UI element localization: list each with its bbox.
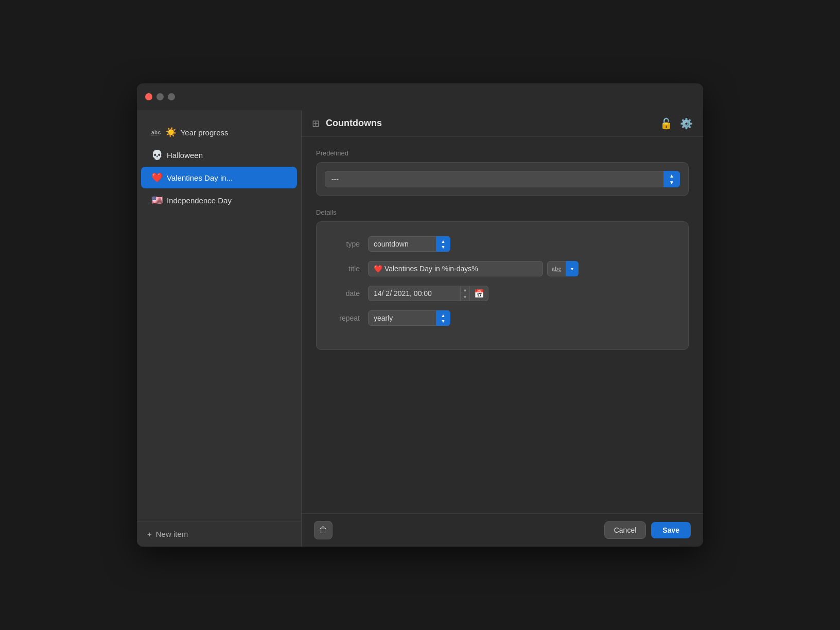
save-button[interactable]: Save — [651, 522, 691, 538]
details-section: Details type countdown countup date — [316, 208, 689, 350]
traffic-lights — [145, 93, 175, 100]
repeat-select-wrapper: never daily weekly monthly yearly ▲ ▼ — [368, 310, 450, 326]
delete-button[interactable]: 🗑 — [314, 521, 332, 539]
panel-body: Predefined --- ▲ ▼ — [302, 137, 703, 513]
year-progress-emoji: ☀️ — [165, 127, 177, 138]
halloween-label: Halloween — [167, 151, 203, 160]
cancel-button[interactable]: Cancel — [604, 521, 646, 539]
title-field-row: title abc ▾ — [327, 261, 678, 276]
panel-title-area: ⊞ Countdowns — [312, 118, 382, 129]
details-box: type countdown countup date ▲ — [316, 221, 689, 350]
title-input[interactable] — [368, 261, 543, 276]
repeat-label: repeat — [327, 314, 368, 322]
type-label: type — [327, 240, 368, 248]
new-item-button[interactable]: + New item — [147, 530, 188, 538]
independence-label: Independence Day — [167, 196, 232, 205]
predefined-box: --- ▲ ▼ — [316, 162, 689, 196]
abc-label: abc — [151, 130, 161, 135]
panel-title: Countdowns — [326, 118, 382, 129]
date-label: date — [327, 289, 368, 297]
close-button[interactable] — [145, 93, 152, 100]
titlebar — [137, 83, 703, 110]
repeat-field-row: repeat never daily weekly monthly yearly — [327, 310, 678, 326]
main-content: abc ☀️ Year progress 💀 Halloween ❤️ Vale… — [137, 110, 703, 547]
sidebar-item-halloween[interactable]: 💀 Halloween — [141, 144, 297, 166]
sidebar-items: abc ☀️ Year progress 💀 Halloween ❤️ Vale… — [137, 116, 301, 521]
repeat-select[interactable]: never daily weekly monthly yearly — [368, 310, 450, 326]
type-select[interactable]: countdown countup date — [368, 236, 450, 252]
sidebar-footer: + New item — [137, 521, 301, 547]
panel-header: ⊞ Countdowns 🔓 ⚙️ — [302, 110, 703, 137]
type-field-row: type countdown countup date ▲ — [327, 236, 678, 252]
title-label: title — [327, 265, 368, 273]
sidebar-toggle-icon[interactable]: ⊞ — [312, 118, 320, 129]
valentines-emoji: ❤️ — [151, 172, 163, 183]
app-window: abc ☀️ Year progress 💀 Halloween ❤️ Vale… — [137, 83, 703, 547]
date-field-control: ▲ ▼ 📅 — [368, 286, 678, 301]
sidebar-item-valentines[interactable]: ❤️ Valentines Day in... — [141, 167, 297, 188]
bottom-actions: Cancel Save — [604, 521, 691, 539]
independence-emoji: 🇺🇸 — [151, 195, 163, 206]
right-panel: ⊞ Countdowns 🔓 ⚙️ Predefined --- — [302, 110, 703, 547]
type-select-wrapper: countdown countup date ▲ ▼ — [368, 236, 450, 252]
sidebar-item-independence[interactable]: 🇺🇸 Independence Day — [141, 189, 297, 211]
abc-badge-wrapper: abc ▾ — [547, 261, 579, 276]
type-field-control: countdown countup date ▲ ▼ — [368, 236, 678, 252]
maximize-button[interactable] — [168, 93, 175, 100]
date-input[interactable] — [368, 286, 461, 301]
date-stepper-up[interactable]: ▲ — [461, 286, 469, 293]
halloween-emoji: 💀 — [151, 149, 163, 161]
plus-icon: + — [147, 530, 152, 538]
date-stepper-down[interactable]: ▼ — [461, 293, 469, 301]
sidebar: abc ☀️ Year progress 💀 Halloween ❤️ Vale… — [137, 110, 302, 547]
predefined-label: Predefined — [316, 149, 689, 157]
valentines-label: Valentines Day in... — [167, 173, 233, 182]
calendar-button[interactable]: 📅 — [470, 286, 488, 301]
predefined-section: Predefined --- ▲ ▼ — [316, 149, 689, 196]
minimize-button[interactable] — [156, 93, 164, 100]
predefined-select[interactable]: --- — [325, 171, 680, 187]
lock-icon[interactable]: 🔓 — [660, 117, 673, 130]
bottom-bar: 🗑 Cancel Save — [302, 513, 703, 547]
abc-select-arrow[interactable]: ▾ — [566, 261, 579, 276]
title-field-control: abc ▾ — [368, 261, 678, 276]
new-item-label: New item — [156, 530, 188, 538]
year-progress-label: Year progress — [181, 128, 229, 137]
repeat-field-control: never daily weekly monthly yearly ▲ ▼ — [368, 310, 678, 326]
predefined-select-wrapper: --- ▲ ▼ — [325, 171, 680, 187]
panel-actions: 🔓 ⚙️ — [660, 117, 693, 130]
date-field-row: date ▲ ▼ 📅 — [327, 286, 678, 301]
details-label: Details — [316, 208, 689, 216]
abc-badge: abc — [547, 261, 566, 276]
sidebar-item-year-progress[interactable]: abc ☀️ Year progress — [141, 121, 297, 143]
gear-icon[interactable]: ⚙️ — [680, 117, 693, 130]
date-input-wrapper: ▲ ▼ 📅 — [368, 286, 488, 301]
date-stepper: ▲ ▼ — [461, 286, 470, 301]
